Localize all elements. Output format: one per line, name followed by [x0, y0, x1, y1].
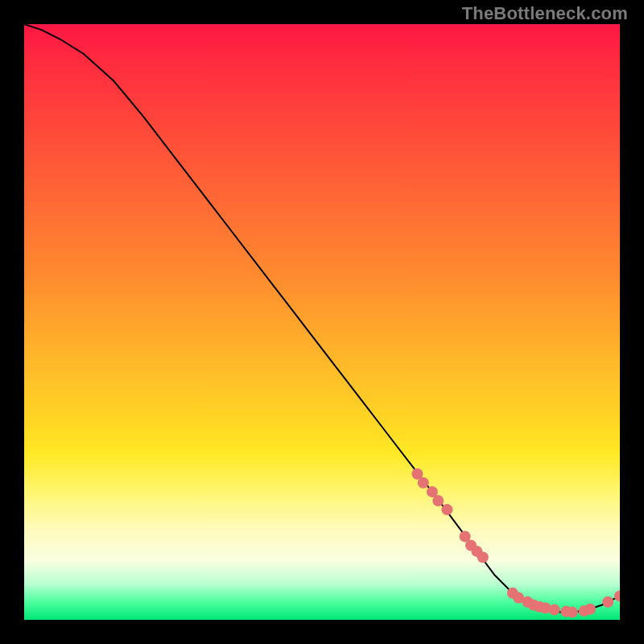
marker-dot [549, 604, 560, 615]
marker-dot [602, 597, 613, 608]
bottleneck-curve [24, 24, 620, 613]
curve-svg [24, 24, 620, 620]
marker-dot [477, 551, 489, 563]
marker-dot [614, 590, 620, 601]
marker-dot [432, 495, 444, 506]
marker-dot [418, 477, 429, 489]
plot-area [24, 24, 620, 620]
marker-group [411, 469, 620, 618]
marker-dot [441, 504, 452, 515]
marker-dot [567, 606, 578, 617]
chart-container: TheBottleneck.com [0, 0, 644, 644]
watermark-text: TheBottleneck.com [462, 3, 628, 24]
marker-dot [584, 604, 596, 615]
